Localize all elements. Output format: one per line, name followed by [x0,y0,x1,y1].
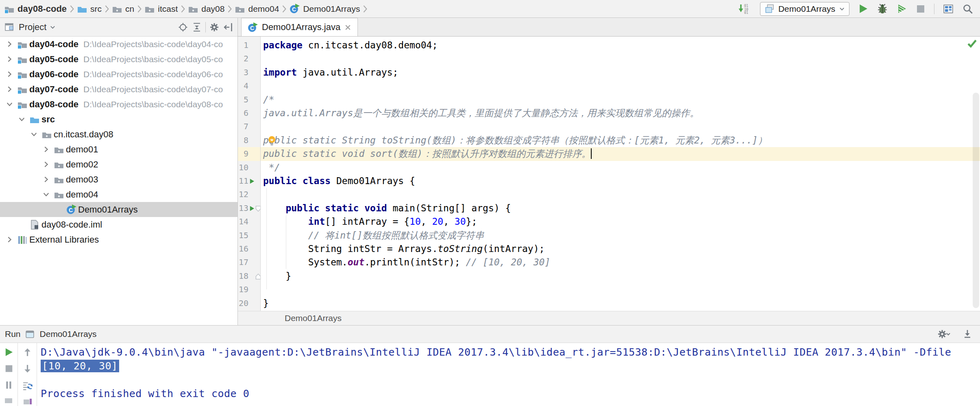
breadcrumb-item-itcast[interactable]: itcast [144,4,178,14]
code-line-19[interactable]: 19 [238,283,980,296]
tool-windows-grid-icon[interactable] [943,3,954,15]
code-line-10[interactable]: 10 */ [238,161,980,174]
chevron-down-icon[interactable] [15,116,28,123]
chevron-down-icon[interactable] [50,24,56,30]
code-text: System.out.println(intStr); // [10, 20, … [263,256,550,269]
chevron-right-icon[interactable] [3,86,15,93]
breadcrumb-item-demo04[interactable]: demo04 [235,4,279,14]
run-tab-label[interactable]: Demo01Arrays [40,329,97,339]
chevron-right-icon[interactable] [40,161,52,168]
run-panel-title[interactable]: Run [5,329,21,339]
toolbar-separator [934,4,934,14]
chevron-right-icon[interactable] [3,41,15,48]
tree-row-day08-code-iml[interactable]: day08-code.iml [0,217,237,232]
project-panel-title[interactable]: Project [19,22,46,33]
code-line-17[interactable]: 17 System.out.println(intStr); // [10, 2… [238,256,980,269]
code-line-14[interactable]: 14 int[] intArray = {10, 20, 30}; [238,215,980,228]
code-editor[interactable]: 1package cn.itcast.day08.demo04;23import… [238,37,980,311]
breadcrumb-item-day08-code[interactable]: day08-code [4,4,67,14]
hide-tool-window-icon[interactable] [962,329,973,339]
chevron-down-icon[interactable] [40,191,52,198]
editor-scrollbar[interactable] [973,93,979,308]
tree-row-day06-code[interactable]: day06-codeD:\IdeaProjects\basic-code\day… [0,67,237,82]
code-line-2[interactable]: 2 [238,52,980,65]
tree-item-label: day08-code.iml [41,219,102,230]
coverage-button[interactable] [896,3,907,14]
tree-row-demo02[interactable]: demo02 [0,157,237,172]
tree-row-cn-itcast-day08[interactable]: cn.itcast.day08 [0,127,237,142]
code-line-4[interactable]: 4 [238,79,980,93]
intention-bulb-icon[interactable] [267,135,277,146]
code-line-18[interactable]: 18 } [238,269,980,283]
console-line[interactable] [41,373,980,387]
tree-row-demo03[interactable]: demo03 [0,172,237,187]
chevron-right-icon[interactable] [3,71,15,78]
tree-row-external-libraries[interactable]: External Libraries [0,232,237,247]
hide-panel-icon[interactable] [223,22,233,33]
breadcrumb-item-day08[interactable]: day08 [188,4,224,14]
up-stack-trace-icon[interactable] [22,347,33,357]
locate-file-icon[interactable] [178,22,188,33]
search-everywhere-icon[interactable] [962,3,973,15]
tree-row-demo04[interactable]: demo04 [0,187,237,202]
console-output[interactable]: D:\Java\jdk-9.0.4\bin\java "-javaagent:D… [41,345,980,406]
tree-row-src[interactable]: src [0,112,237,127]
code-line-3[interactable]: 3import java.util.Arrays; [238,66,980,79]
breadcrumb-item-src[interactable]: src [77,4,102,14]
code-line-7[interactable]: 7 [238,120,980,133]
breadcrumb-item-cn[interactable]: cn [112,4,134,14]
tree-row-demo01arrays[interactable]: CDemo01Arrays [0,202,237,217]
pause-output-button[interactable] [4,380,13,390]
run-line-icon[interactable] [249,205,255,212]
tree-row-demo01[interactable]: demo01 [0,142,237,157]
code-line-6[interactable]: 6java.util.Arrays是一个与数组相关的工具类，里面提供了大量静态方… [238,106,980,120]
restore-layout-icon[interactable] [22,380,33,391]
tab-demo01arrays-java[interactable]: C Demo01Arrays.java [241,18,358,36]
console-line[interactable]: Process finished with exit code 0 [41,387,980,401]
stop-button[interactable] [915,4,926,14]
collapse-all-icon[interactable] [192,22,202,33]
rerun-button[interactable] [4,347,14,357]
code-line-8[interactable]: 8public static String toString(数组)：将参数数组… [238,134,980,147]
tree-row-day07-code[interactable]: day07-codeD:\IdeaProjects\basic-code\day… [0,82,237,97]
partial-icon[interactable] [4,397,14,403]
chevron-right-icon[interactable] [3,56,15,63]
run-configuration-select[interactable]: Demo01Arrays [760,2,849,16]
code-text: public static String toString(数组)：将参数数组变… [263,134,767,147]
code-line-5[interactable]: 5/* [238,93,980,106]
settings-gear-icon[interactable] [209,22,220,33]
code-line-13[interactable]: 13 public static void main(String[] args… [238,202,980,215]
console-line[interactable]: [10, 20, 30] [41,359,980,373]
chevron-down-icon[interactable] [28,131,40,138]
code-line-16[interactable]: 16 String intStr = Arrays.toString(intAr… [238,242,980,256]
code-line-12[interactable]: 12 [238,188,980,201]
console-line[interactable]: D:\Java\jdk-9.0.4\bin\java "-javaagent:D… [41,345,980,359]
run-button[interactable] [858,3,869,14]
debug-button[interactable] [877,3,888,15]
breadcrumb-item-demo01arrays[interactable]: CDemo01Arrays [289,3,360,14]
toolbar-separator [205,22,206,33]
chevron-right-icon[interactable] [3,236,15,243]
partial-icon[interactable] [23,398,33,404]
settings-gear-icon[interactable] [937,329,951,339]
chevron-down-icon[interactable] [3,101,15,108]
code-line-1[interactable]: 1package cn.itcast.day08.demo04; [238,39,980,52]
tree-row-day05-code[interactable]: day05-codeD:\IdeaProjects\basic-code\day… [0,52,237,67]
chevron-right-icon[interactable] [40,176,52,183]
breadcrumb-label: src [90,4,102,14]
down-stack-trace-icon[interactable] [22,364,33,374]
chevron-right-icon[interactable] [40,146,52,153]
tree-row-day04-code[interactable]: day04-codeD:\IdeaProjects\basic-code\day… [0,37,237,52]
tree-row-day08-code[interactable]: day08-codeD:\IdeaProjects\basic-code\day… [0,97,237,112]
stop-button[interactable] [4,364,14,373]
inspections-ok-icon[interactable] [967,38,978,49]
tree-item-path: D:\IdeaProjects\basic-code\day05-co [83,54,223,64]
code-line-9[interactable]: 9public static void sort(数组)：按照默认升序对数组的元… [238,147,980,161]
close-icon[interactable] [344,24,352,31]
sort-binary-icon[interactable]: 011001 [738,3,752,15]
code-line-11[interactable]: 11public class Demo01Arrays { [238,174,980,188]
code-line-15[interactable]: 15 // 将int[]数组按照默认格式变成字符串 [238,229,980,242]
run-line-icon[interactable] [249,178,255,185]
code-line-20[interactable]: 20} [238,297,980,310]
editor-breadcrumb[interactable]: Demo01Arrays [285,313,342,323]
